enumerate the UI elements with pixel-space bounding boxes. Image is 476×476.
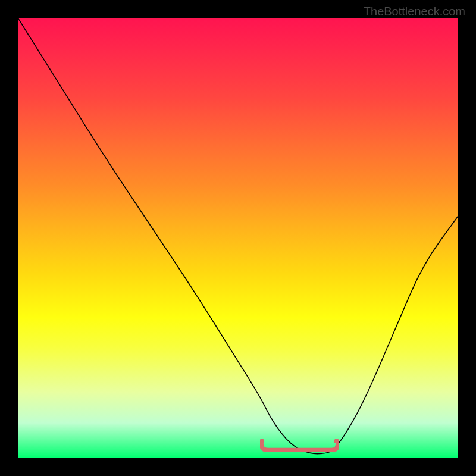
chart-plot-area bbox=[18, 18, 458, 458]
watermark-text: TheBottleneck.com bbox=[364, 5, 465, 18]
bottleneck-curve bbox=[18, 18, 458, 458]
